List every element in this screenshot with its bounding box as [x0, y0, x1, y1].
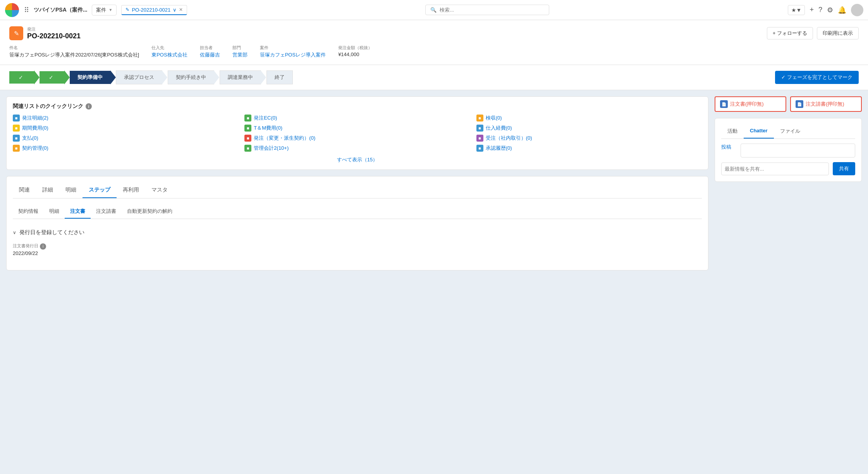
breadcrumb-cases[interactable]: 案件 ▼ — [92, 5, 117, 15]
stage-5-label: 契約手続き中 — [176, 74, 206, 81]
sub-tab-breakdown[interactable]: 明細 — [44, 205, 65, 219]
quick-link-1[interactable]: ■ 発注EC(0) — [244, 115, 470, 121]
quick-link-8[interactable]: ■ 受注（社内取引）(0) — [476, 135, 702, 142]
search-input[interactable] — [440, 7, 544, 13]
quick-link-2[interactable]: ■ 検収(0) — [476, 115, 702, 121]
post-label[interactable]: 投稿 — [721, 144, 737, 157]
stage-7-label: 終了 — [275, 74, 285, 81]
quick-link-0[interactable]: ■ 発注明細(2) — [13, 115, 238, 121]
step-section-title: 発行日を登録してください — [19, 229, 84, 236]
stage-5[interactable]: 契約手続き中 — [168, 70, 214, 84]
edit-icon: ✎ — [125, 7, 129, 12]
quick-link-icon-3: ■ — [13, 125, 20, 132]
close-tab-icon[interactable]: ✕ — [179, 7, 183, 12]
tab-reuse[interactable]: 再利用 — [117, 183, 145, 198]
share-input[interactable] — [721, 163, 829, 175]
quick-link-6[interactable]: ■ 支払(0) — [13, 135, 238, 142]
settings-button[interactable]: ⚙ — [827, 6, 833, 14]
quick-link-icon-4: ■ — [244, 125, 251, 132]
assignee-value[interactable]: 佐藤藤吉 — [200, 51, 220, 58]
stage-2[interactable]: ✓ — [40, 71, 64, 84]
chatter-tab-chatter[interactable]: Chatter — [744, 125, 774, 139]
field-department: 部門 営業部 — [232, 45, 248, 58]
quick-link-11[interactable]: ■ 承認履歴(0) — [476, 145, 702, 152]
field-subject: 件名 笹塚カフェPOSレジ導入案件2022/07/26[東POS株式会社] — [9, 45, 139, 58]
favorite-button[interactable]: ★ ▼ — [788, 5, 805, 15]
case-value[interactable]: 笹塚カフェPOSレジ導入案件 — [260, 51, 326, 58]
sub-tab-order-sheet[interactable]: 注文書 — [65, 205, 91, 219]
nav-actions: ★ ▼ + ? ⚙ 🔔 — [788, 4, 863, 16]
stage-6-label: 調達業務中 — [228, 74, 253, 81]
supplier-value[interactable]: 東POS株式会社 — [151, 51, 187, 58]
share-button[interactable]: 共有 — [833, 162, 855, 175]
tab-detail[interactable]: 詳細 — [36, 183, 59, 198]
field-case: 案件 笹塚カフェPOSレジ導入案件 — [260, 45, 326, 58]
post-input[interactable] — [741, 144, 855, 157]
top-nav: ⠿ ツバイソPSA（案件... 案件 ▼ ✎ PO-202210-0021 ∨ … — [0, 0, 868, 20]
search-area: 🔍 — [192, 5, 783, 15]
quick-link-icon-7: ■ — [244, 135, 251, 142]
quick-link-4[interactable]: ■ T＆M費用(0) — [244, 125, 470, 132]
info-icon[interactable]: i — [86, 103, 92, 110]
chevron-down-icon: ▼ — [108, 8, 112, 12]
order-date-label: 注文書発行日 — [13, 243, 38, 249]
amount-label: 発注金額（税抜） — [338, 45, 372, 51]
tab-master[interactable]: マスタ — [145, 183, 174, 198]
record-tab[interactable]: ✎ PO-202210-0021 ∨ ✕ — [121, 5, 187, 15]
quick-link-icon-11: ■ — [476, 145, 483, 152]
sub-tab-order-receipt[interactable]: 注文請書 — [91, 205, 122, 219]
search-box[interactable]: 🔍 — [425, 5, 549, 15]
record-type-label: 発注 — [27, 26, 81, 32]
quick-link-icon-6: ■ — [13, 135, 20, 142]
amount-value: ¥144,000 — [338, 51, 372, 57]
main-tab-bar: 関連 詳細 明細 ステップ 再利用 マスタ — [13, 183, 702, 198]
quick-link-5[interactable]: ■ 仕入経費(0) — [476, 125, 702, 132]
app-name: ツバイソPSA（案件... — [34, 7, 87, 14]
notifications-button[interactable]: 🔔 — [838, 6, 846, 14]
quick-link-7[interactable]: ■ 発注（変更・派生契約）(0) — [244, 135, 470, 142]
stage-1[interactable]: ✓ — [9, 71, 34, 84]
left-panel: 関連リストのクイックリンク i ■ 発注明細(2) ■ 発注EC(0) ■ 検収… — [6, 96, 708, 270]
record-icon-title: ✎ 発注 PO-202210-0021 — [9, 26, 81, 40]
detail-tabs-card: 関連 詳細 明細 ステップ 再利用 マスタ 契約情報 明細 注文書 注文請書 自… — [6, 176, 708, 270]
grid-menu-icon[interactable]: ⠿ — [24, 6, 29, 14]
field-info-icon[interactable]: i — [40, 243, 46, 250]
order-sheet-button[interactable]: 📄 注文書(押印無) — [715, 96, 786, 112]
quick-link-icon-0: ■ — [13, 115, 20, 121]
department-value[interactable]: 営業部 — [232, 51, 248, 58]
step-section-body: 注文書発行日 i 2022/09/22 ✎ — [13, 240, 702, 264]
add-button[interactable]: + — [810, 6, 814, 14]
stage-3[interactable]: 契約準備中 — [70, 71, 110, 84]
print-button[interactable]: 印刷用に表示 — [817, 27, 859, 39]
quick-link-10[interactable]: ■ 管理会計2(10+) — [244, 145, 470, 152]
order-date-value-row: 2022/09/22 ✎ — [13, 250, 702, 256]
progress-section: ✓ ✓ 契約準備中 承認プロセス 契約手続き中 調達業務中 終了 ✓ フェーズを… — [0, 65, 868, 90]
record-fields: 件名 笹塚カフェPOSレジ導入案件2022/07/26[東POS株式会社] 仕入… — [9, 45, 859, 58]
subject-value: 笹塚カフェPOSレジ導入案件2022/07/26[東POS株式会社] — [9, 51, 139, 58]
tab-breakdown[interactable]: 明細 — [59, 183, 83, 198]
stage-6[interactable]: 調達業務中 — [220, 70, 261, 84]
field-supplier: 仕入先 東POS株式会社 — [151, 45, 187, 58]
help-button[interactable]: ? — [818, 6, 822, 14]
chatter-tab-activity[interactable]: 活動 — [721, 125, 744, 139]
follow-button[interactable]: + フォローする — [767, 27, 813, 39]
avatar[interactable] — [851, 4, 863, 16]
quick-link-3[interactable]: ■ 期間費用(0) — [13, 125, 238, 132]
tab-related[interactable]: 関連 — [13, 183, 36, 198]
show-all-link[interactable]: すべて表示（15） — [13, 156, 702, 163]
check-icon: ✓ — [19, 74, 23, 80]
sub-tab-auto-renewal[interactable]: 自動更新契約の解約 — [122, 205, 178, 219]
case-label: 案件 — [260, 45, 326, 51]
quick-links-title: 関連リストのクイックリンク i — [13, 103, 702, 110]
sub-tab-contract-info[interactable]: 契約情報 — [13, 205, 44, 219]
stage-3-label: 契約準備中 — [77, 74, 103, 81]
record-type-icon: ✎ — [9, 26, 23, 40]
order-receipt-button[interactable]: 📄 注文請書(押印無) — [790, 96, 862, 112]
complete-phase-button[interactable]: ✓ フェーズを完了としてマーク — [775, 71, 859, 84]
tab-steps[interactable]: ステップ — [83, 183, 117, 198]
quick-link-9[interactable]: ■ 契約管理(0) — [13, 145, 238, 152]
stage-4[interactable]: 承認プロセス — [116, 70, 162, 84]
stage-7[interactable]: 終了 — [266, 70, 293, 84]
step-section-header[interactable]: ∨ 発行日を登録してください — [13, 225, 702, 240]
chatter-tab-files[interactable]: ファイル — [774, 125, 806, 139]
